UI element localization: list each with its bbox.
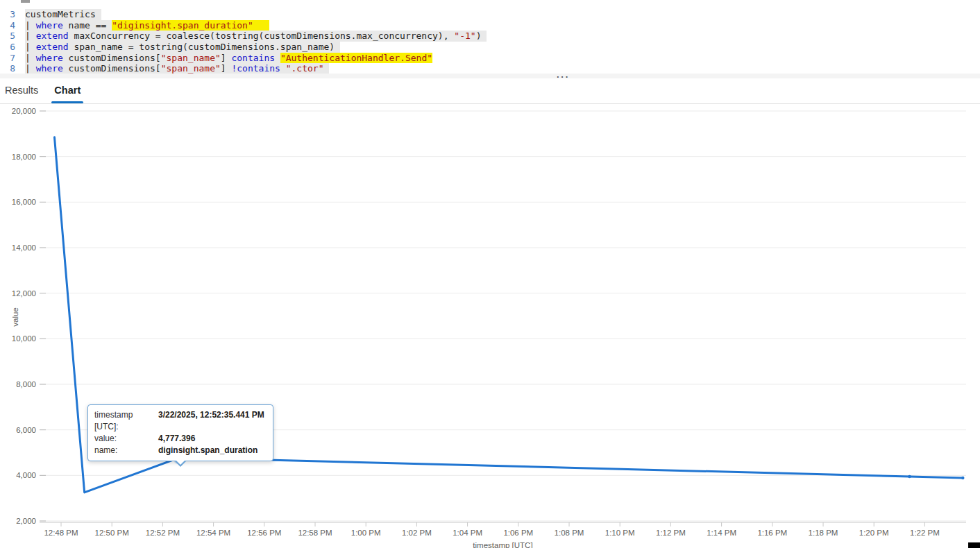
query-code[interactable]: 3customMetrics 4| where name == "diginsi… — [0, 9, 487, 74]
x-tick-label: 1:08 PM — [555, 529, 584, 537]
y-tick-label: 10,000 — [12, 334, 36, 343]
query-line[interactable]: 8| where customDimensions["span_name"] !… — [0, 63, 487, 74]
query-line-text: | extend span_name = tostring(customDime… — [25, 42, 340, 53]
x-axis-title: timestamp [UTC] — [40, 541, 966, 548]
editor-results-splitter[interactable]: ··· — [0, 74, 980, 78]
tooltip-row: name: diginsight.span_duration — [94, 445, 266, 456]
chart-canvas: 2,0004,0006,0008,00010,00012,00014,00016… — [0, 104, 980, 548]
y-axis-title: value — [11, 307, 19, 327]
tooltip-label: value: — [94, 433, 158, 445]
x-tick-label: 1:18 PM — [809, 529, 838, 537]
screen-artifact — [968, 542, 980, 548]
tab-results[interactable]: Results — [3, 78, 40, 104]
tooltip-label: name: — [94, 445, 158, 456]
query-line[interactable]: 4| where name == "diginsight.span_durati… — [0, 20, 487, 31]
tab-chart[interactable]: Chart — [53, 78, 82, 104]
tooltip-value: diginsight.span_duration — [158, 445, 266, 456]
x-tick-label: 1:02 PM — [402, 529, 432, 537]
results-chart: value 2,0004,0006,0008,00010,00012,00014… — [0, 104, 980, 548]
clipped-query-line-fragment — [21, 0, 30, 3]
tab-chart-label: Chart — [54, 85, 81, 96]
line-number: 5 — [0, 31, 15, 42]
line-number: 7 — [0, 53, 15, 64]
x-tick-label: 12:50 PM — [95, 529, 129, 537]
x-tick-label: 12:56 PM — [247, 529, 281, 537]
results-tab-bar: Results Chart — [0, 78, 980, 104]
query-line[interactable]: 6| extend span_name = tostring(customDim… — [0, 42, 487, 53]
x-tick-label: 1:06 PM — [503, 529, 533, 537]
x-tick-label: 1:20 PM — [859, 529, 889, 537]
tooltip-row: timestamp [UTC]: 3/22/2025, 12:52:35.441… — [94, 409, 266, 433]
data-point[interactable] — [961, 477, 964, 479]
query-line-text: | where customDimensions["span_name"] co… — [25, 53, 432, 64]
y-tick-label: 20,000 — [12, 107, 36, 115]
line-number: 6 — [0, 42, 15, 53]
tab-results-label: Results — [5, 85, 38, 96]
y-tick-label: 8,000 — [16, 380, 36, 388]
y-tick-label: 14,000 — [12, 243, 36, 252]
x-tick-label: 1:14 PM — [707, 529, 736, 537]
query-line[interactable]: 3customMetrics — [0, 9, 487, 20]
x-tick-label: 1:04 PM — [453, 529, 482, 537]
line-number: 4 — [0, 20, 15, 31]
tooltip-value: 4,777.396 — [158, 433, 266, 445]
x-tick-label: 1:00 PM — [351, 529, 381, 537]
query-line-text: | where customDimensions["span_name"] !c… — [25, 63, 329, 74]
query-line-text: | extend maxConcurrency = coalesce(tostr… — [25, 31, 487, 42]
active-tab-underline — [51, 101, 83, 103]
data-point[interactable] — [908, 475, 911, 478]
datapoint-tooltip: timestamp [UTC]: 3/22/2025, 12:52:35.441… — [87, 404, 273, 461]
query-line[interactable]: 5| extend maxConcurrency = coalesce(tost… — [0, 31, 487, 42]
y-tick-label: 4,000 — [16, 471, 36, 479]
tooltip-value: 3/22/2025, 12:52:35.441 PM — [158, 409, 266, 433]
y-tick-label: 12,000 — [12, 289, 36, 298]
query-line-text: | where name == "diginsight.span_duratio… — [25, 20, 269, 31]
tooltip-label: timestamp [UTC]: — [94, 409, 158, 433]
x-tick-label: 12:58 PM — [298, 529, 332, 537]
y-tick-label: 16,000 — [12, 198, 36, 206]
x-tick-label: 1:22 PM — [910, 529, 940, 537]
x-tick-label: 1:16 PM — [757, 529, 787, 537]
tooltip-row: value: 4,777.396 — [94, 433, 266, 445]
query-line-text: customMetrics — [25, 9, 101, 20]
query-line[interactable]: 7| where customDimensions["span_name"] c… — [0, 53, 487, 64]
x-tick-label: 12:54 PM — [196, 529, 230, 537]
x-tick-label: 1:10 PM — [605, 529, 635, 537]
line-number: 3 — [0, 9, 15, 20]
x-tick-label: 1:12 PM — [656, 529, 686, 537]
y-tick-label: 18,000 — [12, 153, 36, 161]
y-tick-label: 2,000 — [16, 517, 36, 525]
y-tick-label: 6,000 — [16, 426, 36, 434]
query-editor[interactable]: 3customMetrics 4| where name == "diginsi… — [0, 0, 980, 74]
x-tick-label: 12:48 PM — [44, 529, 78, 537]
x-tick-label: 12:52 PM — [146, 529, 180, 537]
line-number: 8 — [0, 63, 15, 74]
